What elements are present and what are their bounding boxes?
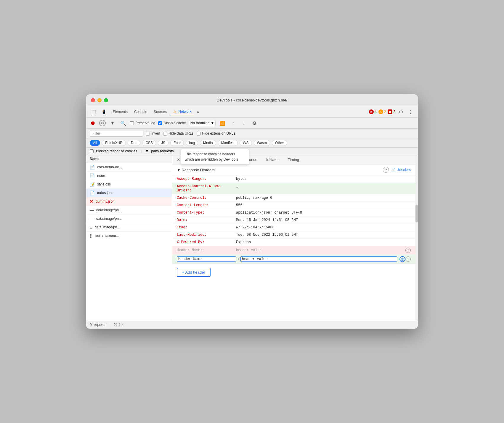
list-item[interactable]: 📄 none	[86, 172, 172, 180]
filter-other[interactable]: Other	[272, 140, 287, 146]
list-item[interactable]: — data:image/pn...	[86, 214, 172, 223]
filter-icon[interactable]: ▼	[109, 119, 116, 127]
devtools-window: DevTools - cors-demo-devtools.glitch.me/…	[86, 94, 418, 329]
header-row-x-powered-by: X-Powered-By: Express	[172, 239, 415, 246]
filter-media[interactable]: Media	[200, 140, 216, 146]
filter-font[interactable]: Font	[170, 140, 184, 146]
blocked-badge[interactable]: ✖ 2	[388, 109, 395, 114]
close-button[interactable]	[91, 98, 95, 102]
window-title: DevTools - cors-demo-devtools.glitch.me/	[217, 98, 287, 102]
list-item[interactable]: — data:image/pn...	[86, 206, 172, 214]
list-item-error[interactable]: ✖ dummy.json	[86, 197, 172, 206]
hide-extension-urls-checkbox[interactable]: Hide extension URLs	[197, 131, 235, 135]
wifi-icon[interactable]: 📶	[219, 119, 226, 127]
help-button[interactable]: ?	[383, 167, 389, 173]
item-name: dummy.json	[96, 199, 168, 204]
item-name: style.css	[97, 182, 168, 186]
traffic-lights	[91, 98, 108, 102]
network-settings-icon[interactable]: ⚙	[251, 119, 258, 127]
upload-icon[interactable]: ↑	[229, 119, 237, 127]
tab-more[interactable]: »	[195, 109, 201, 115]
scrollbar-thumb[interactable]	[415, 205, 418, 222]
item-name: cors-demo-de...	[97, 165, 168, 169]
blocked-cookies-checkbox[interactable]	[90, 149, 94, 153]
filter-manifest[interactable]: Manifest	[218, 140, 238, 146]
css-icon: 📝	[90, 182, 95, 187]
hide-data-urls-checkbox[interactable]: Hide data URLs	[163, 131, 194, 135]
settings-icon[interactable]: ⚙	[397, 108, 405, 116]
tab-timing[interactable]: Timing	[284, 155, 304, 164]
list-item[interactable]: 📄 cors-demo-de...	[86, 163, 172, 172]
filter-fetch-xhr[interactable]: Fetch/XHR	[102, 140, 126, 146]
doc-icon: 📄	[90, 190, 95, 195]
header-row-override-edit[interactable]: : 🗑 ℹ	[172, 255, 415, 264]
item-name: data:image/pn...	[96, 208, 168, 212]
invert-checkbox[interactable]: Invert	[146, 131, 160, 135]
list-item[interactable]: {} topics-taxono...	[86, 232, 172, 240]
filter-img[interactable]: Img	[186, 140, 198, 146]
tab-sources[interactable]: Sources	[151, 109, 170, 115]
headers-file-button[interactable]: 📄 .headers	[391, 168, 411, 172]
tab-console[interactable]: Console	[131, 109, 150, 115]
item-name: data:image/pn...	[94, 225, 168, 229]
preserve-log-checkbox[interactable]: Preserve log	[130, 121, 155, 125]
search-icon[interactable]: 🔍	[119, 119, 127, 127]
tab-bar: ⬚ 📱 Elements Console Sources ⚠ Network »…	[86, 106, 418, 118]
list-item-selected[interactable]: 📄 todos.json	[86, 189, 172, 197]
disable-cache-checkbox[interactable]: Disable cache	[158, 121, 186, 125]
list-item[interactable]: □ data:image/pn...	[86, 223, 172, 232]
info-icon[interactable]: ℹ	[405, 248, 411, 253]
more-menu-icon[interactable]: ⋮	[407, 108, 414, 116]
add-header-button[interactable]: + Add header	[177, 268, 211, 277]
add-header-row: + Add header	[172, 264, 415, 280]
network-toolbar: ⏺ ⊘ ▼ 🔍 Preserve log Disable cache No th…	[86, 118, 418, 129]
main-content: Name 📄 cors-demo-de... 📄 none 📝 style.cs…	[86, 155, 418, 321]
badge-area: ✖ 4 ⚠ 2 ✖ 2 ⚙ ⋮	[369, 108, 414, 116]
delete-header-button[interactable]: 🗑	[399, 256, 405, 262]
title-bar: DevTools - cors-demo-devtools.glitch.me/	[86, 94, 418, 106]
header-row-accept-ranges: Accept-Ranges: bytes	[172, 175, 415, 183]
tab-initiator[interactable]: Initiator	[262, 155, 283, 164]
info-icon-2[interactable]: ℹ	[405, 256, 411, 262]
inspect-icon[interactable]: ⬚	[90, 108, 97, 116]
maximize-button[interactable]	[104, 98, 108, 102]
type-filters: All Fetch/XHR Doc CSS JS Font Img Media …	[86, 138, 418, 148]
filter-input[interactable]	[90, 130, 143, 137]
warning-badge[interactable]: ⚠ 2	[378, 109, 386, 114]
transfer-size: 21.1 k	[114, 323, 123, 327]
filter-ws[interactable]: WS	[240, 140, 252, 146]
throttle-select[interactable]: No throttling ▼	[189, 120, 216, 126]
header-value-input[interactable]	[240, 256, 397, 262]
header-name-input[interactable]	[177, 256, 236, 262]
section-header: ▼ Response Headers ? 📄 .headers	[172, 164, 415, 175]
scrollbar[interactable]	[415, 155, 418, 321]
clear-button[interactable]: ⊘	[99, 120, 106, 126]
section-actions: ? 📄 .headers	[383, 167, 411, 173]
header-row-etag: Etag: W/"22c-18457c15d68"	[172, 224, 415, 231]
header-row-last-modified: Last-Modified: Tue, 08 Nov 2022 15:00:01…	[172, 231, 415, 239]
header-row-override-strikethrough: Header-Name: header value ℹ	[172, 246, 415, 255]
stop-recording-button[interactable]: ⏺	[90, 120, 96, 126]
download-icon[interactable]: ↓	[240, 119, 248, 127]
filter-wasm[interactable]: Wasm	[254, 140, 270, 146]
filter-all[interactable]: All	[90, 140, 100, 146]
main-tabs: Elements Console Sources ⚠ Network »	[110, 108, 201, 115]
request-count: 9 requests	[90, 323, 106, 327]
filter-css[interactable]: CSS	[142, 140, 156, 146]
list-item[interactable]: 📝 style.css	[86, 180, 172, 189]
headers-content: ▼ Response Headers ? 📄 .headers Accept-R…	[172, 164, 415, 321]
device-icon[interactable]: 📱	[100, 108, 107, 116]
dash-icon: —	[90, 208, 94, 212]
filter-js[interactable]: JS	[158, 140, 168, 146]
image-icon: □	[90, 225, 92, 230]
tab-elements[interactable]: Elements	[110, 109, 131, 115]
header-row-date: Date: Mon, 15 Jan 2024 14:51:08 GMT	[172, 217, 415, 224]
error-badge[interactable]: ✖ 4	[369, 109, 377, 114]
dash-icon: —	[90, 216, 94, 221]
item-name: topics-taxono...	[95, 234, 168, 238]
error-icon: ✖	[90, 199, 93, 204]
minimize-button[interactable]	[97, 98, 102, 102]
tab-network[interactable]: ⚠ Network	[170, 108, 194, 115]
filter-doc[interactable]: Doc	[128, 140, 140, 146]
item-name: data:image/pn...	[96, 217, 168, 221]
